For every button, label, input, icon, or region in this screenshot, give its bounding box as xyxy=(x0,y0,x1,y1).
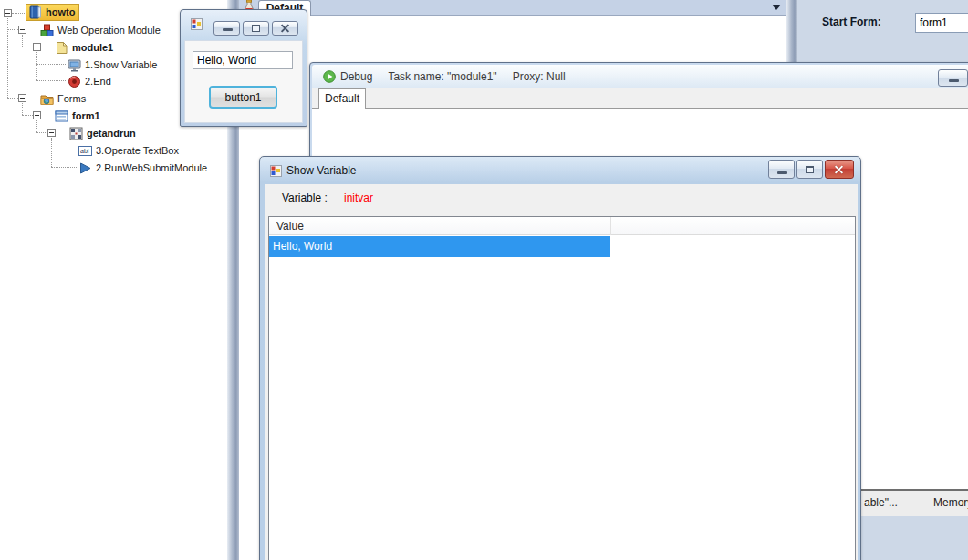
tree-item-getandrun[interactable]: getandrun xyxy=(69,126,136,140)
variable-name-value: initvar xyxy=(344,192,373,204)
tree-expander[interactable] xyxy=(18,94,26,102)
main-tab-strip: Default xyxy=(239,0,786,16)
start-form-label: Start Form: xyxy=(822,16,881,28)
svg-text:abl: abl xyxy=(80,148,89,154)
folder-icon xyxy=(40,92,54,106)
column-header-value: Value xyxy=(276,220,304,233)
tree-connector xyxy=(36,52,37,80)
tree-expander[interactable] xyxy=(33,111,41,119)
tree-item-end[interactable]: 2.End xyxy=(68,74,111,88)
show-variable-client-area: Variable : initvar Value Hello, World xyxy=(265,184,858,560)
list-header-row[interactable]: Value xyxy=(269,217,855,235)
tree-item-web-operation-module[interactable]: Web Operation Module xyxy=(40,23,161,37)
modules-icon xyxy=(40,24,54,37)
close-button[interactable] xyxy=(825,160,854,179)
start-form-input[interactable] xyxy=(915,13,968,33)
tree-connector xyxy=(22,115,33,116)
tree-item-runwebsubmitmodule[interactable]: 2.RunWebSubmitModule xyxy=(78,161,207,175)
hello-world-textbox[interactable] xyxy=(193,51,293,69)
winforms-app-icon xyxy=(191,18,203,33)
monitor-icon xyxy=(68,58,81,72)
tree-connector xyxy=(22,103,23,115)
form1-client-area: button1 xyxy=(184,40,303,123)
tree-connector xyxy=(36,120,37,132)
minimize-button[interactable] xyxy=(213,21,240,36)
tree-connector xyxy=(36,64,66,65)
book-icon xyxy=(28,5,42,19)
tree-item-form1[interactable]: form1 xyxy=(55,109,100,123)
debug-window-titlebar: Debug Task name: "module1" Proxy: Null xyxy=(312,65,968,88)
close-button[interactable] xyxy=(272,21,298,36)
grid-icon xyxy=(69,127,83,140)
tree-item-operate-textbox[interactable]: abl 3.Operate TextBox xyxy=(78,143,179,158)
debug-play-icon xyxy=(323,70,336,83)
column-divider[interactable] xyxy=(610,217,611,235)
tree-expander[interactable] xyxy=(47,129,56,137)
tree-item-forms[interactable]: Forms xyxy=(40,91,86,106)
tree-expander[interactable] xyxy=(33,43,41,51)
tree-expander[interactable] xyxy=(18,26,26,34)
page-icon xyxy=(55,41,68,55)
debug-proxy: Proxy: Null xyxy=(513,70,566,83)
debug-task-name: Task name: "module1" xyxy=(388,70,496,83)
tree-item-show-variable[interactable]: 1.Show Variable xyxy=(68,57,157,72)
tab-overflow-dropdown-icon[interactable] xyxy=(772,5,781,10)
tree-connector xyxy=(36,80,66,81)
tree-connector xyxy=(51,138,52,167)
tree-connector xyxy=(7,29,18,30)
window-title: Show Variable xyxy=(286,164,357,177)
winforms-app-icon xyxy=(270,165,282,180)
button1[interactable]: button1 xyxy=(209,86,277,109)
tree-item-howto[interactable]: howto xyxy=(26,5,79,19)
tree-connector xyxy=(22,47,33,47)
stop-icon xyxy=(68,75,81,88)
tree-connector xyxy=(7,98,18,99)
debug-tab-strip: Default xyxy=(312,88,968,109)
form-icon xyxy=(55,109,68,123)
tree-connector xyxy=(12,13,25,14)
play-icon xyxy=(78,161,92,175)
maximize-button[interactable] xyxy=(796,160,823,179)
show-variable-window: Show Variable Variable : initvar Value H… xyxy=(259,156,861,560)
tree-connector xyxy=(51,150,77,150)
tree-connector xyxy=(51,167,77,168)
debug-memory-label: Memory xyxy=(933,496,968,509)
tab-default-debug[interactable]: Default xyxy=(318,88,366,109)
app-screen: howto Web Operation Module module1 1.Sho… xyxy=(0,0,968,560)
variable-label: Variable : xyxy=(282,192,328,204)
debug-status-text: able"... xyxy=(864,496,898,509)
tree-selection-highlight: howto xyxy=(26,4,79,21)
minimize-button[interactable] xyxy=(938,69,968,87)
maximize-button[interactable] xyxy=(243,21,269,36)
minimize-button[interactable] xyxy=(768,160,795,179)
tree-item-module1[interactable]: module1 xyxy=(55,40,113,55)
list-item-selected[interactable]: Hello, World xyxy=(269,236,610,257)
tree-connector xyxy=(22,35,23,47)
debug-title: Debug xyxy=(340,70,372,83)
tree-connector xyxy=(36,132,47,133)
textbox-icon: abl xyxy=(78,144,92,158)
tree-expander[interactable] xyxy=(4,9,12,17)
form1-window: button1 xyxy=(180,9,307,127)
variable-value-list: Value Hello, World xyxy=(268,216,856,560)
